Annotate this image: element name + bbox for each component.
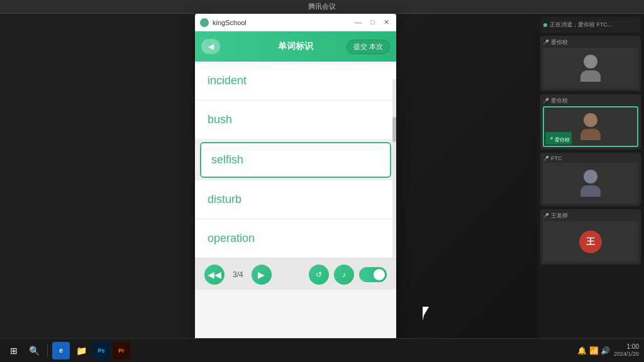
- folder-label: 📁: [76, 346, 87, 356]
- system-tray: 🔔 📶 🔊: [577, 346, 610, 355]
- video-content-1: [543, 48, 638, 89]
- person-body-1: [580, 70, 601, 82]
- top-bar: 腾讯会议: [0, 0, 644, 14]
- word-list: incident bush selfish disturb operation: [195, 62, 396, 258]
- toolbar-right: ↺ ♪: [309, 265, 387, 285]
- close-button[interactable]: ✕: [382, 18, 391, 26]
- video-name-3: FTC: [551, 155, 562, 162]
- search-button[interactable]: 🔍: [25, 342, 43, 359]
- person-head-2: [584, 113, 597, 127]
- app-icon: [200, 18, 209, 27]
- word-counter: 3/4: [230, 270, 247, 279]
- video-header-2: 🎤 爱你校: [543, 97, 638, 105]
- time-display: 1:00: [614, 343, 639, 351]
- right-panel: 正在消遣，爱你校 FTC... 🎤 爱你校 🎤 爱你校: [537, 14, 644, 338]
- left-area: [0, 14, 195, 362]
- next-icon: ▶: [258, 270, 265, 280]
- word-text: bush: [208, 113, 232, 126]
- next-button[interactable]: ▶: [252, 265, 272, 285]
- app-titlebar-name: kingSchool: [213, 19, 353, 26]
- toolbar-left: ◀◀ 3/4 ▶: [204, 265, 272, 285]
- titlebar-controls: — □ ✕: [353, 18, 391, 26]
- video-name-2: 爱你校: [551, 97, 568, 105]
- maximize-button[interactable]: □: [369, 18, 377, 26]
- video-header-4: 🎤 王老师: [543, 212, 638, 220]
- app-toolbar: ◀◀ 3/4 ▶ ↺ ♪: [195, 258, 396, 290]
- video-content-4: 王: [543, 221, 638, 262]
- video-thumb-2: 🎤 爱你校: [543, 106, 638, 147]
- prev-button[interactable]: ◀◀: [204, 265, 225, 285]
- word-item[interactable]: disturb: [195, 180, 396, 219]
- word-item[interactable]: incident: [195, 62, 396, 101]
- person-silhouette-2: [580, 113, 601, 140]
- avatar-letter-4: 王: [586, 236, 595, 248]
- video-thumb-1: [543, 48, 638, 89]
- word-text: incident: [208, 74, 247, 87]
- header-title: 单词标识: [278, 41, 313, 52]
- prev-icon: ◀◀: [208, 270, 221, 280]
- folder-icon[interactable]: 📁: [72, 342, 90, 359]
- mic-icon-2: 🎤: [543, 98, 549, 104]
- status-text: 正在消遣，爱你校 FTC...: [550, 21, 613, 29]
- clock: 1:00 2024/1/20: [614, 343, 639, 358]
- app-titlebar: kingSchool — □ ✕: [195, 14, 396, 31]
- taskbar-divider-1: [47, 344, 48, 357]
- edge-label: e: [59, 347, 63, 354]
- pr-icon[interactable]: Pr: [113, 342, 130, 359]
- taskbar-right: 🔔 📶 🔊 1:00 2024/1/20: [577, 343, 639, 358]
- scroll-thumb[interactable]: [392, 117, 396, 142]
- video-thumb-4: 王: [543, 221, 638, 262]
- display-toggle[interactable]: [359, 267, 387, 282]
- action-label: 提交 本次: [353, 43, 383, 50]
- word-item[interactable]: bush: [195, 101, 396, 140]
- video-item-4: 🎤 王老师 王: [540, 209, 641, 265]
- person-silhouette-3: [580, 170, 601, 197]
- search-icon: 🔍: [29, 346, 40, 356]
- date-display: 2024/1/20: [614, 351, 639, 358]
- video-name-1: 爱你校: [551, 38, 568, 47]
- browser-icon[interactable]: e: [52, 342, 70, 359]
- person-body-2: [580, 129, 601, 140]
- app-title: 腾讯会议: [308, 2, 336, 11]
- person-body-3: [580, 185, 601, 197]
- person-head-1: [584, 55, 597, 69]
- sound1-icon: ↺: [316, 270, 322, 279]
- back-icon: ◀: [208, 42, 214, 51]
- ps-label: Ps: [97, 348, 104, 354]
- windows-icon: ⊞: [10, 346, 18, 356]
- word-text: operation: [208, 232, 255, 244]
- word-text: disturb: [208, 193, 242, 206]
- video-content-3: [543, 163, 638, 204]
- video-item-2: 🎤 爱你校 🎤 爱你校: [540, 94, 641, 150]
- video-thumb-3: [543, 163, 638, 204]
- sound2-icon: ♪: [342, 270, 346, 279]
- mic-icon-1: 🎤: [543, 40, 549, 45]
- video-item-1: 🎤 爱你校: [540, 36, 641, 91]
- person-head-3: [584, 170, 597, 184]
- status-bar: 正在消遣，爱你校 FTC...: [540, 17, 641, 33]
- ps-icon[interactable]: Ps: [92, 342, 110, 359]
- back-button[interactable]: ◀: [201, 39, 220, 54]
- app-header: ◀ 单词标识 提交 本次: [195, 31, 396, 62]
- word-text-selected: selfish: [211, 153, 243, 166]
- taskbar: ⊞ 🔍 e 📁 Ps Pr 🔔 📶 🔊 1:00 2024/1/20: [0, 338, 644, 362]
- sound2-button[interactable]: ♪: [334, 265, 354, 285]
- word-item-selected[interactable]: selfish: [200, 142, 391, 178]
- person-silhouette-1: [580, 55, 601, 82]
- avatar-4: 王: [579, 231, 602, 253]
- action-button[interactable]: 提交 本次: [347, 40, 390, 54]
- mic-icon-4: 🎤: [543, 213, 549, 219]
- sound1-button[interactable]: ↺: [309, 265, 329, 285]
- app-window: kingSchool — □ ✕ ◀ 单词标识 提交 本次 incident b…: [195, 14, 396, 347]
- minimize-button[interactable]: —: [353, 18, 364, 26]
- video-item-3: 🎤 FTC: [540, 153, 641, 206]
- mic-icon-3: 🎤: [543, 156, 549, 162]
- scrollbar[interactable]: [392, 79, 396, 258]
- active-badge: 🎤 爱你校: [545, 132, 572, 145]
- pr-label: Pr: [118, 348, 125, 354]
- active-text: 🎤 爱你校: [547, 137, 570, 143]
- video-header-3: 🎤 FTC: [543, 155, 638, 162]
- word-item[interactable]: operation: [195, 219, 396, 258]
- start-button[interactable]: ⊞: [5, 342, 23, 359]
- status-indicator: [543, 23, 547, 27]
